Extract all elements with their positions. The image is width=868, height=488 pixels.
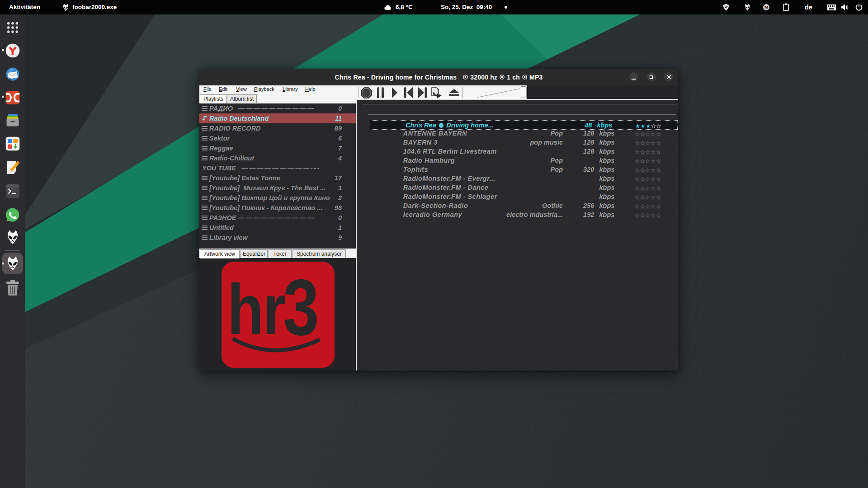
svg-text:hr: hr <box>227 269 285 348</box>
svg-text:3: 3 <box>283 262 319 352</box>
svg-text:M: M <box>764 5 768 9</box>
